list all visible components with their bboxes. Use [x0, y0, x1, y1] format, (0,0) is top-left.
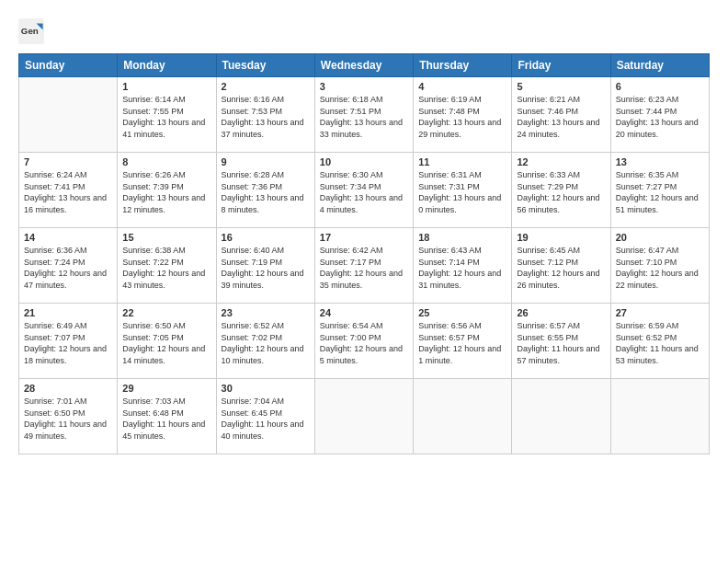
day-number: 29: [122, 383, 210, 394]
day-info: Sunrise: 6:57 AM Sunset: 6:55 PM Dayligh…: [517, 320, 605, 366]
day-number: 27: [616, 307, 704, 318]
day-info: Sunrise: 6:24 AM Sunset: 7:41 PM Dayligh…: [24, 169, 112, 215]
daylight-label: Daylight: 13 hours and 4 minutes.: [320, 193, 403, 214]
daylight-label: Daylight: 12 hours and 56 minutes.: [517, 193, 599, 214]
calendar-cell: 4 Sunrise: 6:19 AM Sunset: 7:48 PM Dayli…: [414, 77, 512, 153]
calendar-cell: 29 Sunrise: 7:03 AM Sunset: 6:48 PM Dayl…: [118, 379, 216, 454]
calendar-cell: 14 Sunrise: 6:36 AM Sunset: 7:24 PM Dayl…: [19, 228, 118, 304]
day-number: 2: [222, 81, 310, 92]
sunset-label: Sunset: 7:22 PM: [122, 258, 184, 267]
sunrise-label: Sunrise: 6:33 AM: [517, 170, 580, 179]
sunset-label: Sunset: 7:41 PM: [24, 182, 85, 191]
sunrise-label: Sunrise: 6:57 AM: [517, 321, 580, 330]
calendar-cell: 6 Sunrise: 6:23 AM Sunset: 7:44 PM Dayli…: [610, 77, 709, 153]
calendar-cell: 30 Sunrise: 7:04 AM Sunset: 6:45 PM Dayl…: [216, 379, 314, 454]
daylight-label: Daylight: 12 hours and 10 minutes.: [222, 344, 304, 365]
sunset-label: Sunset: 7:48 PM: [418, 107, 480, 116]
sunset-label: Sunset: 7:27 PM: [616, 182, 677, 191]
day-number: 20: [616, 232, 704, 243]
calendar-cell: 9 Sunrise: 6:28 AM Sunset: 7:36 PM Dayli…: [216, 153, 314, 228]
daylight-label: Daylight: 13 hours and 8 minutes.: [222, 193, 304, 214]
day-info: Sunrise: 7:04 AM Sunset: 6:45 PM Dayligh…: [222, 396, 310, 442]
calendar-row: 21 Sunrise: 6:49 AM Sunset: 7:07 PM Dayl…: [19, 304, 710, 379]
day-info: Sunrise: 6:52 AM Sunset: 7:02 PM Dayligh…: [222, 320, 310, 366]
sunset-label: Sunset: 7:19 PM: [222, 258, 283, 267]
weekday-header: Wednesday: [314, 54, 413, 77]
calendar-cell: 27 Sunrise: 6:59 AM Sunset: 6:52 PM Dayl…: [610, 304, 709, 379]
day-number: 22: [122, 307, 210, 318]
daylight-label: Daylight: 13 hours and 20 minutes.: [616, 118, 699, 139]
sunrise-label: Sunrise: 6:21 AM: [517, 95, 580, 104]
sunset-label: Sunset: 7:14 PM: [418, 258, 480, 267]
calendar-cell: [512, 379, 610, 454]
sunrise-label: Sunrise: 6:36 AM: [24, 246, 87, 255]
day-info: Sunrise: 6:59 AM Sunset: 6:52 PM Dayligh…: [616, 320, 704, 366]
weekday-header: Friday: [512, 54, 610, 77]
day-number: 15: [122, 232, 210, 243]
calendar-cell: 3 Sunrise: 6:18 AM Sunset: 7:51 PM Dayli…: [314, 77, 413, 153]
calendar-cell: 15 Sunrise: 6:38 AM Sunset: 7:22 PM Dayl…: [118, 228, 216, 304]
sunrise-label: Sunrise: 6:52 AM: [222, 321, 285, 330]
sunrise-label: Sunrise: 6:54 AM: [320, 321, 383, 330]
sunrise-label: Sunrise: 6:43 AM: [418, 246, 482, 255]
sunset-label: Sunset: 7:02 PM: [222, 333, 283, 342]
sunset-label: Sunset: 6:50 PM: [24, 408, 85, 418]
daylight-label: Daylight: 13 hours and 37 minutes.: [222, 118, 304, 139]
sunrise-label: Sunrise: 6:35 AM: [616, 170, 679, 179]
sunrise-label: Sunrise: 6:30 AM: [320, 170, 383, 179]
daylight-label: Daylight: 12 hours and 35 minutes.: [320, 269, 403, 290]
daylight-label: Daylight: 12 hours and 14 minutes.: [122, 344, 205, 365]
daylight-label: Daylight: 12 hours and 22 minutes.: [616, 269, 699, 290]
day-info: Sunrise: 6:33 AM Sunset: 7:29 PM Dayligh…: [517, 169, 605, 215]
day-number: 16: [222, 232, 310, 243]
day-info: Sunrise: 7:03 AM Sunset: 6:48 PM Dayligh…: [122, 396, 210, 442]
calendar-cell: 12 Sunrise: 6:33 AM Sunset: 7:29 PM Dayl…: [512, 153, 610, 228]
sunset-label: Sunset: 7:46 PM: [517, 107, 578, 116]
sunrise-label: Sunrise: 6:24 AM: [24, 170, 87, 179]
calendar-cell: 24 Sunrise: 6:54 AM Sunset: 7:00 PM Dayl…: [314, 304, 413, 379]
calendar-cell: [314, 379, 413, 454]
daylight-label: Daylight: 12 hours and 43 minutes.: [122, 269, 205, 290]
day-number: 25: [418, 307, 506, 318]
day-info: Sunrise: 6:47 AM Sunset: 7:10 PM Dayligh…: [616, 245, 704, 291]
sunset-label: Sunset: 6:45 PM: [222, 408, 283, 418]
day-number: 4: [418, 81, 506, 92]
sunrise-label: Sunrise: 6:18 AM: [320, 95, 383, 104]
day-info: Sunrise: 6:49 AM Sunset: 7:07 PM Dayligh…: [24, 320, 112, 366]
calendar-cell: [414, 379, 512, 454]
sunrise-label: Sunrise: 6:16 AM: [222, 95, 285, 104]
calendar-row: 14 Sunrise: 6:36 AM Sunset: 7:24 PM Dayl…: [19, 228, 710, 304]
sunrise-label: Sunrise: 6:31 AM: [418, 170, 482, 179]
calendar-cell: 23 Sunrise: 6:52 AM Sunset: 7:02 PM Dayl…: [216, 304, 314, 379]
weekday-header-row: SundayMondayTuesdayWednesdayThursdayFrid…: [19, 54, 710, 77]
daylight-label: Daylight: 12 hours and 1 minute.: [418, 344, 501, 365]
day-number: 7: [24, 156, 112, 167]
header: Gen: [18, 15, 710, 44]
calendar-row: 7 Sunrise: 6:24 AM Sunset: 7:41 PM Dayli…: [19, 153, 710, 228]
calendar-cell: 20 Sunrise: 6:47 AM Sunset: 7:10 PM Dayl…: [610, 228, 709, 304]
sunset-label: Sunset: 7:10 PM: [616, 258, 677, 267]
daylight-label: Daylight: 11 hours and 45 minutes.: [122, 419, 205, 441]
calendar-cell: 1 Sunrise: 6:14 AM Sunset: 7:55 PM Dayli…: [118, 77, 216, 153]
sunset-label: Sunset: 7:55 PM: [122, 107, 184, 116]
logo-icon: Gen: [18, 18, 44, 44]
day-info: Sunrise: 6:40 AM Sunset: 7:19 PM Dayligh…: [222, 245, 310, 291]
calendar-cell: 21 Sunrise: 6:49 AM Sunset: 7:07 PM Dayl…: [19, 304, 118, 379]
weekday-header: Thursday: [414, 54, 512, 77]
daylight-label: Daylight: 12 hours and 39 minutes.: [222, 269, 304, 290]
sunrise-label: Sunrise: 6:56 AM: [418, 321, 482, 330]
day-info: Sunrise: 6:56 AM Sunset: 6:57 PM Dayligh…: [418, 320, 506, 366]
calendar-cell: 25 Sunrise: 6:56 AM Sunset: 6:57 PM Dayl…: [414, 304, 512, 379]
day-info: Sunrise: 6:45 AM Sunset: 7:12 PM Dayligh…: [517, 245, 605, 291]
day-info: Sunrise: 6:16 AM Sunset: 7:53 PM Dayligh…: [222, 94, 310, 140]
day-number: 30: [222, 383, 310, 394]
day-number: 26: [517, 307, 605, 318]
day-info: Sunrise: 6:42 AM Sunset: 7:17 PM Dayligh…: [320, 245, 408, 291]
daylight-label: Daylight: 11 hours and 53 minutes.: [616, 344, 699, 365]
sunset-label: Sunset: 7:51 PM: [320, 107, 381, 116]
calendar-cell: [610, 379, 709, 454]
calendar-cell: 18 Sunrise: 6:43 AM Sunset: 7:14 PM Dayl…: [414, 228, 512, 304]
calendar-row: 28 Sunrise: 7:01 AM Sunset: 6:50 PM Dayl…: [19, 379, 710, 454]
daylight-label: Daylight: 12 hours and 51 minutes.: [616, 193, 699, 214]
day-number: 19: [517, 232, 605, 243]
